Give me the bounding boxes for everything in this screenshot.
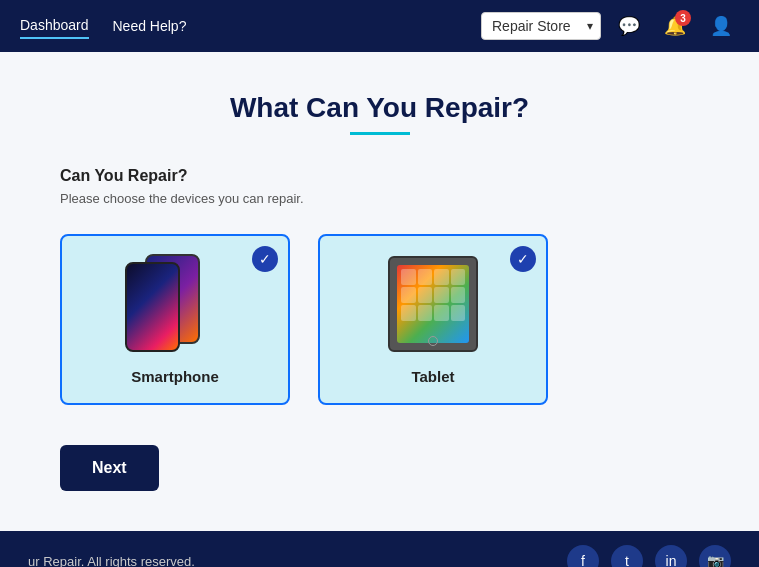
device-card-tablet[interactable]: ✓ <box>318 234 548 405</box>
tablet-home-button <box>428 336 438 346</box>
section-subtitle: Please choose the devices you can repair… <box>60 191 699 206</box>
instagram-icon[interactable]: 📷 <box>699 545 731 567</box>
smartphone-image-area <box>80 254 270 354</box>
user-button[interactable]: 👤 <box>703 8 739 44</box>
tablet-app-1 <box>401 269 416 285</box>
chat-icon: 💬 <box>618 15 640 37</box>
footer: ur Repair. All rights reserved. f t in 📷 <box>0 531 759 567</box>
store-select[interactable]: Repair Store Main Store <box>481 12 601 40</box>
tablet-app-5 <box>401 287 416 303</box>
notification-button[interactable]: 🔔 3 <box>657 8 693 44</box>
tablet-app-3 <box>434 269 449 285</box>
tablet-app-8 <box>451 287 466 303</box>
footer-copyright: ur Repair. All rights reserved. <box>28 554 195 568</box>
chat-button[interactable]: 💬 <box>611 8 647 44</box>
smartphone-check-badge: ✓ <box>252 246 278 272</box>
tablet-app-9 <box>401 305 416 321</box>
smartphone-icon <box>115 254 235 354</box>
notification-badge: 3 <box>675 10 691 26</box>
next-button[interactable]: Next <box>60 445 159 491</box>
tablet-app-4 <box>451 269 466 285</box>
linkedin-icon[interactable]: in <box>655 545 687 567</box>
nav-dashboard[interactable]: Dashboard <box>20 13 89 39</box>
tablet-app-10 <box>418 305 433 321</box>
nav-need-help[interactable]: Need Help? <box>113 14 187 38</box>
phone-front <box>125 262 180 352</box>
tablet-label: Tablet <box>411 368 454 385</box>
device-cards-row: ✓ Smartphone ✓ <box>60 234 699 405</box>
tablet-app-2 <box>418 269 433 285</box>
twitter-icon-label: t <box>625 553 629 567</box>
facebook-icon-label: f <box>581 553 585 567</box>
section-title: Can You Repair? <box>60 167 699 185</box>
store-select-wrap: Repair Store Main Store <box>481 12 601 40</box>
instagram-icon-label: 📷 <box>707 553 724 567</box>
tablet-app-11 <box>434 305 449 321</box>
facebook-icon[interactable]: f <box>567 545 599 567</box>
smartphone-label: Smartphone <box>131 368 219 385</box>
tablet-app-12 <box>451 305 466 321</box>
main-content: What Can You Repair? Can You Repair? Ple… <box>0 52 759 531</box>
linkedin-icon-label: in <box>666 553 677 567</box>
tablet-screen <box>397 265 469 343</box>
tablet-app-6 <box>418 287 433 303</box>
nav-links: Dashboard Need Help? <box>20 13 186 39</box>
device-card-smartphone[interactable]: ✓ Smartphone <box>60 234 290 405</box>
user-icon: 👤 <box>710 15 732 37</box>
tablet-app-7 <box>434 287 449 303</box>
title-underline <box>350 132 410 135</box>
twitter-icon[interactable]: t <box>611 545 643 567</box>
tablet-check-badge: ✓ <box>510 246 536 272</box>
nav-right: Repair Store Main Store 💬 🔔 3 👤 <box>481 8 739 44</box>
tablet-icon <box>378 254 488 354</box>
page-title: What Can You Repair? <box>60 92 699 124</box>
tablet-image-area <box>338 254 528 354</box>
tablet-body <box>388 256 478 352</box>
footer-social-icons: f t in 📷 <box>567 545 731 567</box>
navbar: Dashboard Need Help? Repair Store Main S… <box>0 0 759 52</box>
